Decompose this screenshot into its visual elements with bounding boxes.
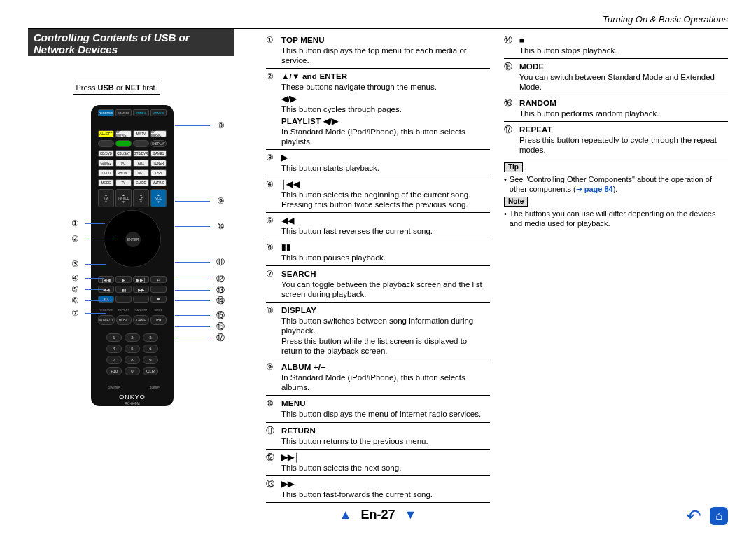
callout-right-10: ⑩ bbox=[175, 221, 225, 231]
item-title: TOP MENU bbox=[281, 35, 490, 45]
item-desc: This button displays the menu of Interne… bbox=[281, 409, 490, 419]
remote-numpad: 123 456 789 +100CLR bbox=[106, 333, 158, 375]
item-desc: You can toggle between the playback scre… bbox=[281, 279, 490, 299]
item-desc: This button fast-forwards the current so… bbox=[281, 489, 490, 499]
list-item: ⑨ ALBUM +/– In Standard Mode (iPod/iPhon… bbox=[266, 361, 490, 396]
item-title: ALBUM +/– bbox=[281, 362, 490, 372]
item-title: ■ bbox=[519, 35, 728, 45]
note-text: • The buttons you can use will differ de… bbox=[504, 209, 728, 228]
item-title: ▶ bbox=[281, 153, 490, 162]
callout-left-3: ③ bbox=[70, 259, 106, 269]
remote-row-src1: CD/DVD CBL/SAT STB/DVR GAME1 bbox=[98, 150, 167, 157]
item-title: │◀◀ bbox=[281, 179, 490, 189]
remote-playback-row2: ◀◀▮▮▶▶ bbox=[98, 286, 167, 293]
list-item: ⑫ ▶▶│ This button selects the next song. bbox=[266, 451, 490, 476]
item-desc: These buttons navigate through the menus… bbox=[281, 82, 490, 92]
remote-brand: ONKYO bbox=[91, 394, 174, 401]
remote-row-power: RECEIVER SOURCE ZONE 2 ZONE 3 bbox=[98, 109, 167, 116]
next-page-icon[interactable]: ▼ bbox=[399, 508, 423, 522]
remote-row-macro: ALL OFF MY MOVIE MY TV MY MUSIC bbox=[98, 130, 167, 137]
item-number: ⑧ bbox=[266, 305, 281, 356]
item-number: ⑨ bbox=[266, 362, 281, 392]
list-item: ⑪ RETURN This button returns to the prev… bbox=[266, 424, 490, 450]
remote-mode-labels: RECEIVER REPEAT RANDOM MODE bbox=[98, 308, 167, 312]
item-title: ◀◀ bbox=[281, 216, 490, 225]
prev-page-icon[interactable]: ▲ bbox=[334, 508, 358, 522]
remote-body: RECEIVER SOURCE ZONE 2 ZONE 3 ALL OFF MY… bbox=[91, 105, 174, 406]
callout-right-8: ⑧ bbox=[175, 120, 225, 130]
callout-left-1: ① bbox=[70, 218, 105, 228]
item-number: ⑫ bbox=[266, 452, 281, 473]
callout-left-4: ④ bbox=[70, 273, 104, 283]
item-title: RANDOM bbox=[519, 98, 728, 108]
remote-vol-row: ▲TV▼ ▲TV VOL▼ ▲CH▼ ▲VOL▼ bbox=[98, 189, 167, 207]
callout-right-12: ⑫ bbox=[175, 273, 225, 285]
callout-right-15: ⑮ bbox=[175, 310, 225, 321]
callout-right-11: ⑪ bbox=[175, 256, 225, 268]
item-desc: Press this button repeatedly to cycle th… bbox=[519, 135, 728, 155]
back-icon[interactable]: ↶ bbox=[685, 507, 703, 525]
item-subdesc: This button cycles through pages. bbox=[281, 104, 490, 114]
list-item: ⑩ MENU This button displays the menu of … bbox=[266, 397, 490, 422]
item-desc: This button stops playback. bbox=[519, 46, 728, 55]
remote-playback-row1: │◀◀▶▶▶│↩ bbox=[98, 276, 167, 283]
item-title: MODE bbox=[519, 62, 728, 71]
list-item: ⑯ RANDOM This button performs random pla… bbox=[504, 97, 728, 122]
tip-label: Tip bbox=[504, 162, 523, 172]
list-item: ⑬ ▶▶ This button fast-forwards the curre… bbox=[266, 478, 490, 503]
remote-row-src3: TV/CD PHONO NET USB bbox=[98, 169, 167, 176]
callout-right-14: ⑭ bbox=[175, 295, 225, 307]
item-title: ▮▮ bbox=[281, 242, 490, 252]
remote-model: RC-840M bbox=[91, 401, 174, 405]
item-number: ⑰ bbox=[504, 125, 519, 155]
item-desc: This button performs random playback. bbox=[519, 109, 728, 118]
item-title: ▲/▼ and ENTER bbox=[281, 71, 490, 81]
item-desc: You can switch between Standard Mode and… bbox=[519, 72, 728, 92]
description-column-2: ⑭ ■ This button stops playback. ⑮ MODE Y… bbox=[504, 34, 728, 228]
item-subtitle: PLAYLIST ◀/▶ bbox=[281, 116, 490, 126]
item-number: ⑮ bbox=[504, 62, 519, 92]
item-title: ▶▶ bbox=[281, 479, 490, 489]
item-number: ② bbox=[266, 71, 281, 146]
item-title: ▶▶│ bbox=[281, 452, 490, 462]
page-footer: ▲ En-27 ▼ bbox=[0, 508, 756, 522]
callout-right-17: ⑰ bbox=[175, 332, 225, 344]
item-subdesc: In Standard Mode (iPod/iPhone), this but… bbox=[281, 127, 490, 146]
item-desc: This button pauses playback. bbox=[281, 253, 490, 263]
page-link[interactable]: page 84 bbox=[584, 185, 613, 193]
breadcrumb: Turning On & Basic Operations bbox=[603, 14, 728, 25]
item-subdesc: Press this button while the list screen … bbox=[281, 336, 490, 356]
list-item: ⑧ DISPLAY This button switches between s… bbox=[266, 304, 490, 359]
item-number: ③ bbox=[266, 153, 281, 173]
list-item: ⑮ MODE You can switch between Standard M… bbox=[504, 60, 728, 95]
callout-left-7: ⑦ bbox=[70, 308, 106, 318]
item-desc: This button fast-reverses the current so… bbox=[281, 226, 490, 236]
item-subtitle: ◀/▶ bbox=[281, 94, 490, 104]
list-item: ⑤ ◀◀ This button fast-reverses the curre… bbox=[266, 214, 490, 239]
item-desc: This button selects the beginning of the… bbox=[281, 190, 490, 209]
list-item: ⑥ ▮▮ This button pauses playback. bbox=[266, 241, 490, 266]
remote-dimmer-label: DIMMER bbox=[108, 386, 120, 389]
section-title: Controlling Contents of USB or Network D… bbox=[28, 29, 234, 56]
remote-row-mode: MODE TV GUIDE MUTING bbox=[98, 179, 167, 186]
remote-mode-row: MOVIE/TV MUSIC GAME THX bbox=[98, 315, 167, 325]
item-number: ⑬ bbox=[266, 479, 281, 499]
remote-row-display: DISPLAY bbox=[98, 140, 167, 147]
item-desc: This button returns to the previous menu… bbox=[281, 436, 490, 446]
callout-left-6: ⑥ bbox=[70, 296, 109, 305]
list-item: ④ │◀◀ This button selects the beginning … bbox=[266, 178, 490, 213]
item-number: ⑪ bbox=[266, 426, 281, 446]
home-icon[interactable]: ⌂ bbox=[710, 507, 728, 525]
remote-sleep-label: SLEEP bbox=[149, 386, 160, 389]
remote-row-src2: GAME2 PC AUX TUNER bbox=[98, 160, 167, 167]
item-desc: In Standard Mode (iPod/iPhone), this but… bbox=[281, 373, 490, 392]
list-item: ⑰ REPEAT Press this button repeatedly to… bbox=[504, 123, 728, 158]
top-rule bbox=[28, 28, 728, 29]
list-item: ③ ▶ This button starts playback. bbox=[266, 151, 490, 176]
item-desc: This button switches between song inform… bbox=[281, 316, 490, 335]
item-desc: This button displays the top menu for ea… bbox=[281, 46, 490, 65]
item-number: ⑩ bbox=[266, 398, 281, 419]
list-item: ② ▲/▼ and ENTER These buttons navigate t… bbox=[266, 70, 490, 150]
item-title: REPEAT bbox=[519, 125, 728, 134]
description-column-1: ① TOP MENU This button displays the top … bbox=[266, 34, 490, 504]
